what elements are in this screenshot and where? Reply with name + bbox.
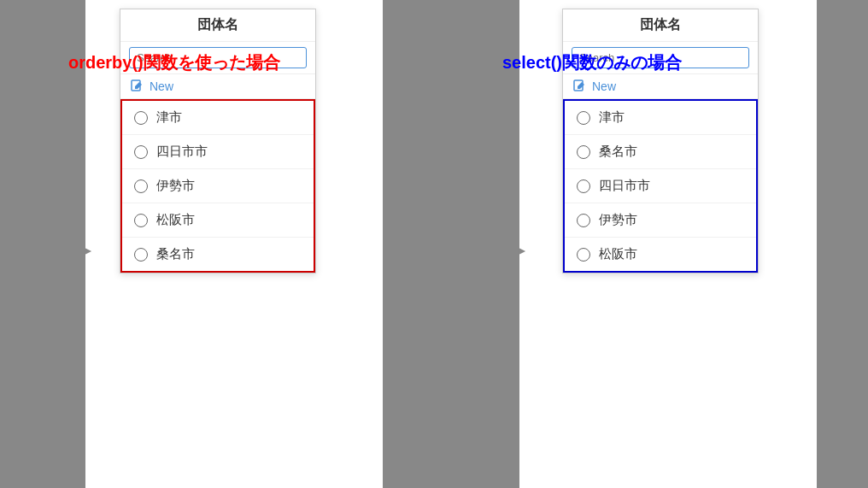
right-label: select()関数のみの場合 bbox=[502, 51, 682, 74]
right-chevron-icon[interactable]: ► bbox=[516, 244, 528, 257]
right-dropdown: 団体名 New 津市 桑名市 四日市市 bbox=[562, 9, 759, 273]
right-right-bg bbox=[817, 0, 868, 488]
right-option-text-2: 桑名市 bbox=[599, 144, 637, 160]
left-edit-icon bbox=[131, 79, 144, 93]
right-radio-2 bbox=[577, 145, 590, 159]
left-radio-5 bbox=[134, 248, 148, 262]
right-new-label: New bbox=[592, 79, 616, 93]
left-option-4[interactable]: 松阪市 bbox=[122, 203, 314, 238]
right-dropdown-header: 団体名 bbox=[563, 9, 758, 42]
right-option-text-5: 松阪市 bbox=[599, 246, 637, 262]
left-option-text-2: 四日市市 bbox=[156, 144, 208, 160]
left-option-3[interactable]: 伊勢市 bbox=[122, 169, 314, 203]
left-panel: ► orderby()関数を使った場合 団体名 New 津市 四日市市 bbox=[0, 0, 434, 488]
left-dropdown-header: 団体名 bbox=[120, 9, 315, 42]
left-option-text-3: 伊勢市 bbox=[156, 178, 195, 194]
right-option-4[interactable]: 伊勢市 bbox=[565, 203, 756, 238]
right-radio-4 bbox=[577, 214, 590, 227]
right-option-1[interactable]: 津市 bbox=[565, 101, 756, 135]
right-edit-icon bbox=[573, 79, 587, 93]
left-option-2[interactable]: 四日市市 bbox=[122, 135, 314, 169]
right-radio-5 bbox=[577, 248, 590, 262]
right-panel: ► select()関数のみの場合 団体名 New 津市 桑名市 bbox=[434, 0, 868, 488]
left-option-1[interactable]: 津市 bbox=[122, 101, 314, 135]
right-radio-1 bbox=[577, 111, 590, 125]
right-option-3[interactable]: 四日市市 bbox=[565, 169, 756, 203]
left-radio-4 bbox=[134, 214, 148, 227]
left-option-5[interactable]: 桑名市 bbox=[122, 238, 314, 271]
left-new-label: New bbox=[150, 79, 173, 93]
right-option-2[interactable]: 桑名市 bbox=[565, 135, 756, 169]
left-option-text-1: 津市 bbox=[156, 109, 182, 126]
right-option-text-1: 津市 bbox=[599, 109, 625, 126]
right-option-text-4: 伊勢市 bbox=[599, 212, 637, 228]
right-option-text-3: 四日市市 bbox=[599, 178, 650, 194]
left-radio-2 bbox=[134, 145, 148, 159]
left-label: orderby()関数を使った場合 bbox=[68, 51, 280, 74]
left-dropdown: 団体名 New 津市 四日市市 伊勢市 bbox=[120, 9, 316, 273]
left-options-list: 津市 四日市市 伊勢市 松阪市 桑名市 bbox=[120, 99, 315, 273]
left-new-button-row[interactable]: New bbox=[120, 74, 315, 99]
left-option-text-4: 松阪市 bbox=[156, 212, 195, 228]
left-radio-3 bbox=[134, 179, 148, 193]
right-options-list: 津市 桑名市 四日市市 伊勢市 松阪市 bbox=[563, 99, 758, 273]
left-chevron-icon[interactable]: ► bbox=[82, 244, 94, 257]
left-right-bg bbox=[383, 0, 434, 488]
right-option-5[interactable]: 松阪市 bbox=[565, 238, 756, 271]
right-radio-3 bbox=[577, 179, 590, 193]
left-option-text-5: 桑名市 bbox=[156, 246, 195, 262]
right-new-button-row[interactable]: New bbox=[563, 74, 758, 99]
left-radio-1 bbox=[134, 111, 148, 125]
